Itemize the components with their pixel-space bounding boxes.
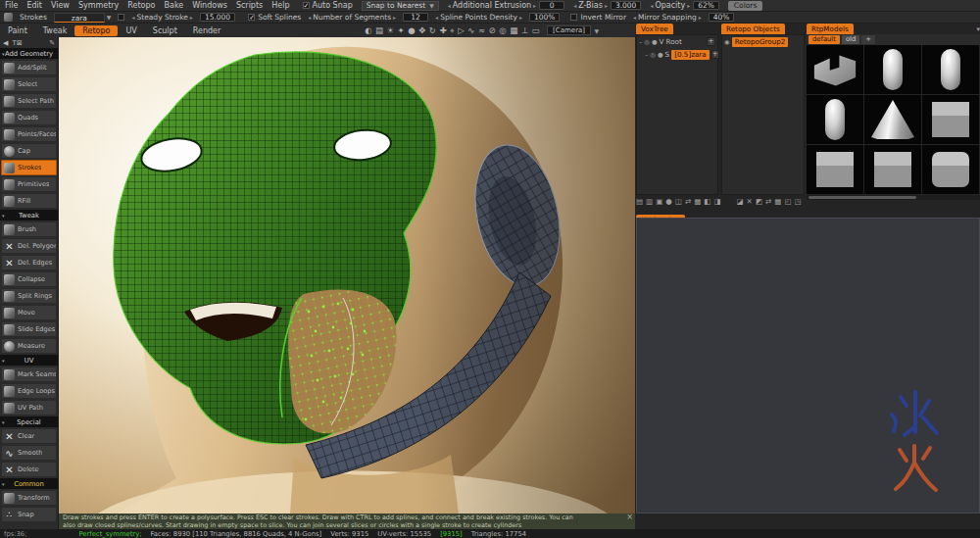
eye-icon[interactable]: ◉ bbox=[724, 38, 730, 46]
stroke-preset-combo[interactable]: zara bbox=[54, 13, 105, 23]
panel-menu-icon[interactable]: ▾ bbox=[976, 25, 980, 33]
collapse-arrow-icon[interactable]: ◀ bbox=[3, 39, 8, 47]
invert-mirror-checkbox[interactable] bbox=[570, 14, 577, 21]
voxtree-row-root[interactable]: – ◎ ● V Root + bbox=[637, 35, 717, 48]
auto-snap-checkbox[interactable] bbox=[303, 2, 310, 9]
tool-quads[interactable]: Quads bbox=[1, 110, 57, 125]
model-thumb-cube-3[interactable] bbox=[864, 145, 922, 195]
tool-delete[interactable]: Delete bbox=[1, 462, 57, 477]
colors-button[interactable]: Colors bbox=[728, 1, 763, 11]
additional-extrusion-value[interactable]: 0 bbox=[539, 1, 564, 10]
tool-smooth[interactable]: Smooth bbox=[1, 445, 57, 461]
tool-clear[interactable]: Clear bbox=[1, 428, 57, 444]
tab-paint[interactable]: Paint bbox=[0, 25, 35, 36]
swap-icon[interactable]: ⇄ bbox=[685, 197, 691, 206]
snap-mode-dropdown[interactable]: Snap to Nearest ▼ bbox=[362, 1, 439, 11]
retopo-objects-tab[interactable]: Retopo Objects bbox=[721, 24, 785, 34]
zoom-icon[interactable]: ⌖ bbox=[450, 25, 455, 36]
model-thumb-cube-2[interactable] bbox=[807, 145, 864, 195]
mirror-snapping-label[interactable]: Mirror Snapping bbox=[633, 13, 702, 22]
segments-value[interactable]: 12 bbox=[403, 13, 428, 22]
menu-bake[interactable]: Bake bbox=[164, 1, 183, 10]
chevron-down-icon[interactable]: ▼ bbox=[595, 27, 600, 34]
tool-mark-seams[interactable]: Mark Seams bbox=[1, 367, 57, 382]
tool-snap[interactable]: Snap bbox=[1, 507, 57, 522]
auto-snap-toggle[interactable]: Auto Snap bbox=[303, 1, 353, 10]
tool-cap[interactable]: Cap bbox=[1, 143, 57, 159]
close-icon[interactable]: × bbox=[626, 514, 633, 521]
duplicate-object-icon[interactable]: ▣ bbox=[656, 197, 662, 206]
light-icon[interactable]: ☀ bbox=[386, 25, 394, 35]
tool-move[interactable]: Move bbox=[1, 305, 57, 320]
rotate-view-icon[interactable]: ↻ bbox=[429, 25, 436, 35]
tool-brush[interactable]: Brush bbox=[1, 221, 57, 237]
mode-letter[interactable]: S bbox=[665, 50, 670, 59]
model-thumb-cube-1[interactable] bbox=[922, 95, 980, 145]
shading-sphere-icon[interactable]: ◐ bbox=[365, 25, 371, 35]
section-header-add-geometry[interactable]: ▾Add Geometry bbox=[0, 48, 58, 59]
ortho-icon[interactable]: ⊥ bbox=[521, 25, 528, 35]
scrollbar-thumb[interactable] bbox=[808, 196, 916, 199]
tool-split-rings[interactable]: Split Rings bbox=[1, 288, 57, 304]
text-tool-icon[interactable]: T⊠ bbox=[12, 39, 22, 47]
tool-edge-loops[interactable]: Edge Loops bbox=[1, 383, 57, 399]
spline-density-value[interactable]: 100% bbox=[529, 13, 560, 22]
additional-extrusion-label[interactable]: Additional Extrusion bbox=[448, 1, 536, 10]
visibility-icon[interactable]: ● bbox=[658, 51, 663, 59]
retopo-group-row[interactable]: ◉ RetopoGroup2 bbox=[722, 35, 804, 48]
copy-icon[interactable]: ◫ bbox=[675, 197, 682, 206]
tool-rfill[interactable]: RFill bbox=[1, 193, 57, 209]
expander-icon[interactable]: – bbox=[645, 51, 648, 59]
model-grid-scrollbar[interactable] bbox=[807, 195, 980, 200]
grid-icon[interactable]: ▦ bbox=[510, 25, 517, 35]
menu-file[interactable]: File bbox=[5, 1, 18, 10]
tool-points-faces[interactable]: Points/Faces bbox=[1, 126, 57, 142]
tool-slide-edges[interactable]: Slide Edges bbox=[1, 321, 57, 337]
steady-stroke-checkbox[interactable] bbox=[118, 14, 124, 21]
spline-density-label[interactable]: Spline Points Density bbox=[435, 13, 522, 22]
opacity-value[interactable]: 62% bbox=[693, 1, 719, 10]
model-thumb-rounded-cube[interactable] bbox=[922, 145, 980, 195]
ghost-icon[interactable]: ◎ bbox=[644, 38, 650, 46]
z-bias-label[interactable]: Z-Bias bbox=[573, 1, 608, 10]
ghost-icon[interactable]: ◎ bbox=[499, 25, 506, 35]
invert-mirror-toggle[interactable]: Invert Mirror bbox=[570, 13, 626, 22]
navigate-icon[interactable]: ✦ bbox=[398, 25, 405, 35]
tool-select[interactable]: Select bbox=[1, 76, 57, 92]
visibility-icon[interactable]: ● bbox=[652, 38, 658, 46]
move-view-icon[interactable]: ✚ bbox=[439, 25, 446, 35]
grid-group-icon[interactable]: ▦ bbox=[774, 197, 781, 206]
rtp-models-tab[interactable]: RtpModels bbox=[807, 24, 854, 34]
voxtree-row-zara[interactable]: – ◎ ● S [0.5]zara + bbox=[637, 48, 717, 61]
merge-group-icon[interactable]: ◩ bbox=[756, 197, 762, 206]
segments-label[interactable]: Number of Segments bbox=[308, 13, 396, 22]
add-group-icon[interactable]: ◪ bbox=[737, 197, 744, 206]
tab-uv[interactable]: UV bbox=[118, 25, 144, 36]
section-header-uv[interactable]: ▾UV bbox=[0, 355, 58, 366]
import-icon[interactable]: ◧ bbox=[704, 197, 710, 206]
pan-icon[interactable]: ✥ bbox=[418, 25, 425, 35]
tool-select-path[interactable]: Select Path bbox=[1, 93, 57, 109]
spline-icon[interactable]: ∿ bbox=[467, 25, 474, 35]
z-bias-value[interactable]: 3.000 bbox=[611, 1, 641, 10]
add-layer-button[interactable]: + bbox=[707, 37, 715, 46]
tab-retopo[interactable]: Retopo bbox=[74, 25, 118, 36]
menu-help[interactable]: Help bbox=[271, 1, 289, 10]
add-layer-button[interactable]: + bbox=[711, 50, 719, 59]
model-thumb-corner-block[interactable] bbox=[807, 45, 864, 95]
tool-uv-path[interactable]: UV Path bbox=[1, 400, 57, 416]
section-header-common[interactable]: ▾Common bbox=[0, 478, 58, 489]
model-thumb-cone[interactable] bbox=[864, 95, 922, 145]
layer-name[interactable]: Root bbox=[666, 37, 682, 46]
voxtree-tab[interactable]: VoxTree bbox=[636, 24, 673, 34]
camera-dropdown[interactable]: [Camera] bbox=[547, 25, 591, 35]
tool-measure[interactable]: Measure bbox=[1, 338, 57, 354]
menu-retopo[interactable]: Retopo bbox=[127, 1, 155, 10]
retopo-group-name[interactable]: RetopoGroup2 bbox=[732, 37, 789, 47]
tool-strokes[interactable]: Strokes bbox=[1, 160, 57, 175]
menu-symmetry[interactable]: Symmetry bbox=[78, 1, 119, 10]
pack-icon[interactable]: ◰ bbox=[784, 197, 791, 206]
tool-transform[interactable]: Transform bbox=[1, 490, 57, 506]
tab-sculpt[interactable]: Sculpt bbox=[145, 25, 185, 36]
add-subtab-button[interactable]: + bbox=[861, 35, 875, 44]
